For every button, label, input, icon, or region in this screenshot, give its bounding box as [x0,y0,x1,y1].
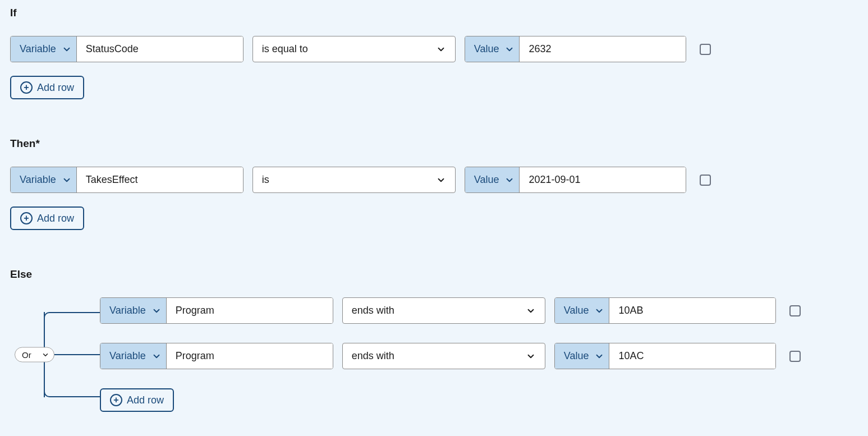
else-operator-select[interactable]: ends with [342,297,545,324]
else-left-field: Variable [100,297,333,324]
if-rule-row: Variable is equal to Value [10,36,858,62]
if-right-type-label: Value [474,43,499,55]
else-rule-row: Variable ends with Value [100,343,858,369]
chevron-down-icon [594,351,604,361]
else-name-input[interactable] [167,343,333,369]
then-right-type-label: Value [474,174,499,186]
chevron-down-icon [62,175,72,185]
else-value-input[interactable] [609,343,775,369]
if-right-field: Value [465,36,687,62]
logic-column: Or [10,297,100,412]
else-name-input[interactable] [167,298,333,323]
else-left-type-label: Variable [109,305,146,316]
else-right-type-label: Value [564,305,589,316]
else-left-type-label: Variable [109,350,146,362]
if-add-row-button[interactable]: Add row [10,76,84,99]
else-right-field: Value [554,343,777,369]
add-row-label: Add row [127,394,164,406]
chevron-down-icon [151,351,162,361]
section-label-else: Else [10,268,858,281]
if-row-checkbox[interactable] [700,44,711,55]
if-left-field: Variable [10,36,244,62]
else-logic-select[interactable]: Or [15,347,54,362]
section-label-if: If [10,7,858,19]
plus-circle-icon [110,394,122,406]
else-operator-select[interactable]: ends with [342,343,545,369]
chevron-down-icon [436,44,446,54]
then-right-field: Value [465,167,687,193]
chevron-down-icon [436,175,446,185]
if-left-type-label: Variable [20,43,56,55]
then-left-field: Variable [10,167,244,193]
section-label-then: Then* [10,137,858,150]
chevron-down-icon [504,175,515,185]
bracket-line [53,396,100,397]
bracket-corner [44,312,54,322]
else-right-type-label: Value [564,350,589,362]
then-add-row-button[interactable]: Add row [10,206,84,230]
then-row-checkbox[interactable] [700,175,711,186]
if-value-input[interactable] [520,36,686,62]
then-rule-row: Variable is Value [10,167,858,193]
else-add-row-button[interactable]: Add row [100,388,174,412]
else-row-checkbox[interactable] [789,305,801,316]
chevron-down-icon [151,306,162,316]
then-left-type-label: Variable [20,174,56,186]
if-name-input[interactable] [77,36,243,62]
then-right-type-select[interactable]: Value [465,167,520,192]
then-name-input[interactable] [77,167,243,192]
else-left-type-select[interactable]: Variable [100,343,167,369]
then-value-input[interactable] [520,167,686,192]
add-row-label: Add row [37,82,74,94]
bracket-line [53,312,100,313]
then-operator-select[interactable]: is [252,167,456,193]
else-right-type-select[interactable]: Value [555,343,610,369]
else-row-checkbox[interactable] [789,351,801,362]
else-right-type-select[interactable]: Value [555,298,610,323]
plus-circle-icon [20,81,33,94]
else-rows: Variable ends with Value Va [100,297,858,412]
else-block: Or Variable ends with Value [10,297,858,412]
chevron-down-icon [594,306,604,316]
then-operator-label: is [262,174,269,186]
else-operator-label: ends with [352,350,394,362]
add-row-label: Add row [37,213,74,224]
if-operator-select[interactable]: is equal to [252,36,456,62]
else-operator-label: ends with [352,305,394,316]
if-operator-label: is equal to [262,43,308,55]
else-left-type-select[interactable]: Variable [100,298,167,323]
else-right-field: Value [554,297,777,324]
then-left-type-select[interactable]: Variable [11,167,77,192]
else-logic-label: Or [22,350,31,360]
if-right-type-select[interactable]: Value [465,36,520,62]
chevron-down-icon [504,44,515,54]
plus-circle-icon [20,212,33,224]
if-left-type-select[interactable]: Variable [11,36,77,62]
else-value-input[interactable] [609,298,775,323]
chevron-down-icon [526,351,536,361]
chevron-down-icon [62,44,72,54]
else-rule-row: Variable ends with Value [100,297,858,324]
else-left-field: Variable [100,343,333,369]
chevron-down-icon [526,306,536,316]
chevron-down-icon [42,351,49,359]
